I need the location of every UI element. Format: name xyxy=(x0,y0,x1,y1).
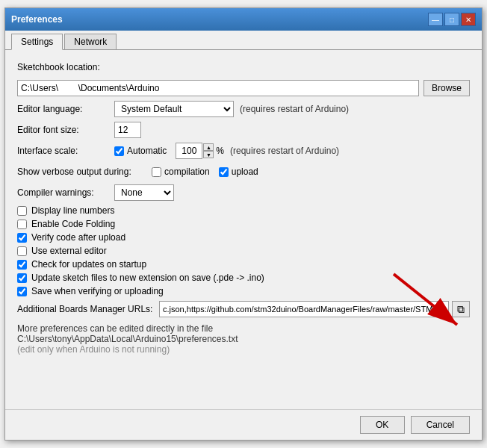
verbose-upload-label: upload xyxy=(232,167,258,177)
external-editor-row: Use external editor xyxy=(17,246,470,256)
tabs-container: Settings Network xyxy=(5,31,482,50)
ok-button[interactable]: OK xyxy=(360,416,405,434)
interface-scale-label: Interface scale: xyxy=(17,146,114,156)
prefs-note: More preferences can be edited directly … xyxy=(17,323,470,334)
verify-code-label: Verify code after upload xyxy=(31,232,125,243)
tab-settings[interactable]: Settings xyxy=(11,34,63,50)
boards-url-copy-button[interactable]: ⧉ xyxy=(452,301,470,317)
interface-scale-auto-check: Automatic xyxy=(114,146,167,156)
interface-scale-auto-checkbox[interactable] xyxy=(114,146,124,156)
prefs-path: C:\Users\tony\AppData\Local\Arduino15\pr… xyxy=(17,334,470,344)
boards-url-input[interactable] xyxy=(159,301,449,317)
verify-code-row: Verify code after upload xyxy=(17,232,470,243)
check-updates-checkbox[interactable] xyxy=(17,260,27,270)
editor-language-row: Editor language: System Default (require… xyxy=(17,101,470,117)
external-editor-label: Use external editor xyxy=(31,246,107,256)
update-sketch-checkbox[interactable] xyxy=(17,273,27,283)
maximize-button[interactable]: □ xyxy=(444,13,459,26)
scale-value-input[interactable] xyxy=(176,143,202,159)
dialog-footer: OK Cancel xyxy=(5,409,482,440)
tab-network[interactable]: Network xyxy=(64,34,117,49)
scale-pct-label: % xyxy=(216,146,224,156)
interface-scale-auto-label: Automatic xyxy=(127,146,167,156)
verbose-upload-checkbox[interactable] xyxy=(219,167,229,177)
editor-font-label: Editor font size: xyxy=(17,125,114,135)
verbose-compilation-label: compilation xyxy=(164,167,210,177)
boards-url-row: Additional Boards Manager URLs: ⧉ xyxy=(17,301,470,317)
interface-scale-row: Interface scale: Automatic ▲ ▼ % (requir… xyxy=(17,143,470,159)
sketchbook-row: Sketchbook location: xyxy=(17,59,470,75)
editor-language-select[interactable]: System Default xyxy=(114,101,234,117)
check-updates-label: Check for updates on startup xyxy=(31,259,146,270)
update-sketch-label: Update sketch files to new extension on … xyxy=(31,273,264,283)
scale-down-button[interactable]: ▼ xyxy=(203,151,214,158)
display-line-numbers-row: Display line numbers xyxy=(17,205,470,216)
check-updates-row: Check for updates on startup xyxy=(17,259,470,270)
update-sketch-row: Update sketch files to new extension on … xyxy=(17,273,470,283)
verbose-compilation-checkbox[interactable] xyxy=(152,167,161,177)
editor-language-note: (requires restart of Arduino) xyxy=(240,104,349,114)
scale-up-button[interactable]: ▲ xyxy=(203,143,214,151)
sketchbook-input-row: Browse xyxy=(17,80,470,96)
dialog-title: Preferences xyxy=(11,14,63,25)
display-line-numbers-label: Display line numbers xyxy=(31,205,114,216)
interface-scale-note: (requires restart of Arduino) xyxy=(230,146,339,156)
minimize-button[interactable]: — xyxy=(428,13,443,26)
enable-code-folding-label: Enable Code Folding xyxy=(31,219,115,229)
boards-url-label: Additional Boards Manager URLs: xyxy=(17,304,159,314)
verbose-upload-check: upload xyxy=(219,167,258,177)
save-verify-checkbox[interactable] xyxy=(17,287,27,296)
verbose-compilation-check: compilation xyxy=(152,167,210,177)
compiler-warnings-select[interactable]: None xyxy=(114,184,174,201)
settings-content: Sketchbook location: Browse Editor langu… xyxy=(5,50,482,409)
external-editor-checkbox[interactable] xyxy=(17,246,27,256)
title-bar: Preferences — □ ✕ xyxy=(5,8,482,31)
sketchbook-label: Sketchbook location: xyxy=(17,62,114,72)
title-bar-buttons: — □ ✕ xyxy=(428,13,476,26)
preferences-dialog: Preferences — □ ✕ Settings Network Sketc… xyxy=(4,7,483,441)
editor-font-input[interactable] xyxy=(114,122,141,138)
browse-button[interactable]: Browse xyxy=(424,80,470,96)
compiler-warnings-label: Compiler warnings: xyxy=(17,187,114,198)
compiler-warnings-row: Compiler warnings: None xyxy=(17,184,470,201)
verify-code-checkbox[interactable] xyxy=(17,233,27,243)
enable-code-folding-checkbox[interactable] xyxy=(17,220,27,229)
verbose-row: Show verbose output during: compilation … xyxy=(17,164,470,180)
sketchbook-input[interactable] xyxy=(17,80,419,96)
enable-code-folding-row: Enable Code Folding xyxy=(17,219,470,229)
editor-language-label: Editor language: xyxy=(17,104,114,114)
save-verify-row: Save when verifying or uploading xyxy=(17,286,470,296)
spinner-buttons: ▲ ▼ xyxy=(203,143,214,158)
display-line-numbers-checkbox[interactable] xyxy=(17,206,27,216)
scale-spinner: ▲ ▼ xyxy=(176,143,214,159)
prefs-edit-note: (edit only when Arduino is not running) xyxy=(17,344,470,355)
editor-font-row: Editor font size: xyxy=(17,122,470,138)
save-verify-label: Save when verifying or uploading xyxy=(31,286,164,296)
close-button[interactable]: ✕ xyxy=(461,13,476,26)
cancel-button[interactable]: Cancel xyxy=(411,416,470,434)
verbose-label: Show verbose output during: xyxy=(17,167,152,177)
